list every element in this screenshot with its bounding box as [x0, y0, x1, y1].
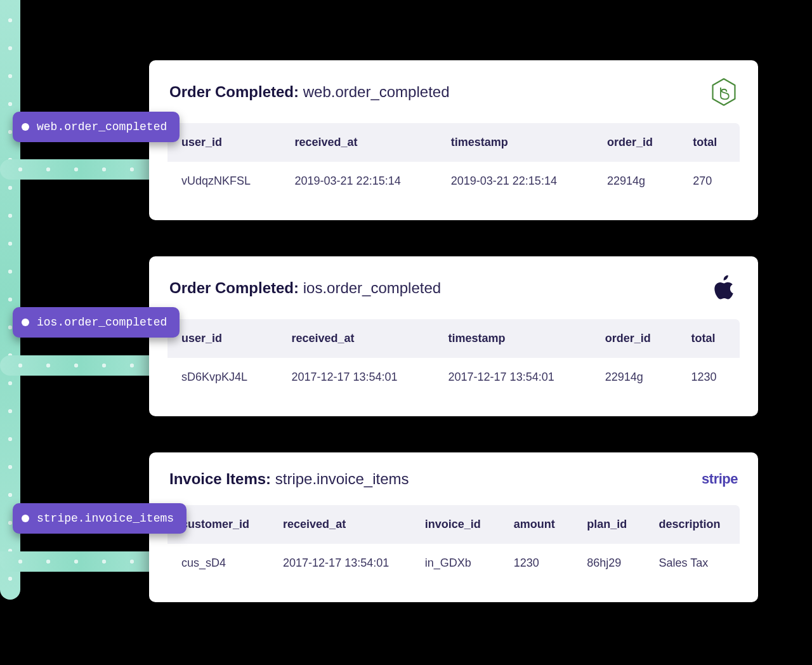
- card-title: Order Completed: web.order_completed: [169, 83, 450, 101]
- col-header: order_id: [591, 319, 678, 359]
- col-header: plan_id: [573, 505, 645, 544]
- event-card-web: Order Completed: web.order_completed use…: [149, 60, 758, 220]
- col-header: received_at: [269, 505, 411, 544]
- col-header: amount: [500, 505, 573, 544]
- data-table: user_id received_at timestamp order_id t…: [167, 319, 740, 397]
- card-title-sub: ios.order_completed: [303, 279, 441, 296]
- apple-icon: [710, 274, 738, 302]
- card-title-prefix: Invoice Items:: [169, 470, 275, 487]
- col-header: order_id: [593, 123, 679, 162]
- cell: 2017-12-17 13:54:01: [435, 358, 591, 397]
- card-title: Invoice Items: stripe.invoice_items: [169, 470, 409, 488]
- event-card-stripe: Invoice Items: stripe.invoice_items stri…: [149, 452, 758, 602]
- col-header: received_at: [281, 123, 437, 162]
- table-header-row: user_id received_at timestamp order_id t…: [167, 319, 740, 359]
- cell: 2017-12-17 13:54:01: [269, 544, 411, 583]
- source-tag-web[interactable]: web.order_completed: [13, 112, 180, 142]
- flow-branch: [0, 159, 162, 180]
- card-title-prefix: Order Completed:: [169, 83, 303, 100]
- stripe-icon: stripe: [702, 471, 738, 487]
- cell: cus_sD4: [167, 544, 270, 583]
- cell: 86hj29: [573, 544, 645, 583]
- source-tag-ios[interactable]: ios.order_completed: [13, 307, 180, 338]
- cell: 2017-12-17 13:54:01: [277, 358, 434, 397]
- table-header-row: customer_id received_at invoice_id amoun…: [167, 505, 740, 544]
- cell: 2019-03-21 22:15:14: [437, 162, 593, 201]
- card-title-prefix: Order Completed:: [169, 279, 303, 296]
- dot-icon: [22, 515, 29, 522]
- event-card-ios: Order Completed: ios.order_completed use…: [149, 256, 758, 416]
- cell: 1230: [500, 544, 573, 583]
- flow-branch: [0, 355, 162, 376]
- col-header: user_id: [167, 123, 281, 162]
- col-header: invoice_id: [411, 505, 500, 544]
- data-table: customer_id received_at invoice_id amoun…: [167, 504, 740, 583]
- cell: vUdqzNKFSL: [167, 162, 281, 201]
- card-title: Order Completed: ios.order_completed: [169, 279, 441, 297]
- col-header: total: [679, 123, 740, 162]
- tag-label: web.order_completed: [37, 121, 167, 133]
- table-row: sD6KvpKJ4L 2017-12-17 13:54:01 2017-12-1…: [167, 358, 740, 397]
- dot-icon: [22, 123, 29, 131]
- table-row: vUdqzNKFSL 2019-03-21 22:15:14 2019-03-2…: [167, 162, 740, 201]
- cell: sD6KvpKJ4L: [167, 358, 278, 397]
- table-header-row: user_id received_at timestamp order_id t…: [167, 123, 740, 162]
- data-table: user_id received_at timestamp order_id t…: [167, 122, 740, 201]
- cell: 270: [679, 162, 740, 201]
- cell: 22914g: [593, 162, 679, 201]
- cell: 2019-03-21 22:15:14: [281, 162, 437, 201]
- card-title-sub: web.order_completed: [303, 83, 450, 100]
- source-tag-stripe[interactable]: stripe.invoice_items: [13, 503, 187, 534]
- col-header: received_at: [277, 319, 434, 359]
- card-title-sub: stripe.invoice_items: [275, 470, 409, 487]
- cell: 22914g: [591, 358, 678, 397]
- nodejs-icon: [710, 78, 738, 106]
- col-header: timestamp: [437, 123, 593, 162]
- tag-label: ios.order_completed: [37, 316, 167, 329]
- cell: 1230: [678, 358, 740, 397]
- cell: in_GDXb: [411, 544, 500, 583]
- flow-branch: [0, 551, 162, 572]
- tag-label: stripe.invoice_items: [37, 512, 174, 525]
- col-header: timestamp: [435, 319, 591, 359]
- cell: Sales Tax: [645, 544, 740, 583]
- col-header: total: [678, 319, 740, 359]
- dot-icon: [22, 319, 29, 326]
- col-header: description: [645, 505, 740, 544]
- col-header: user_id: [167, 319, 278, 359]
- table-row: cus_sD4 2017-12-17 13:54:01 in_GDXb 1230…: [167, 544, 740, 583]
